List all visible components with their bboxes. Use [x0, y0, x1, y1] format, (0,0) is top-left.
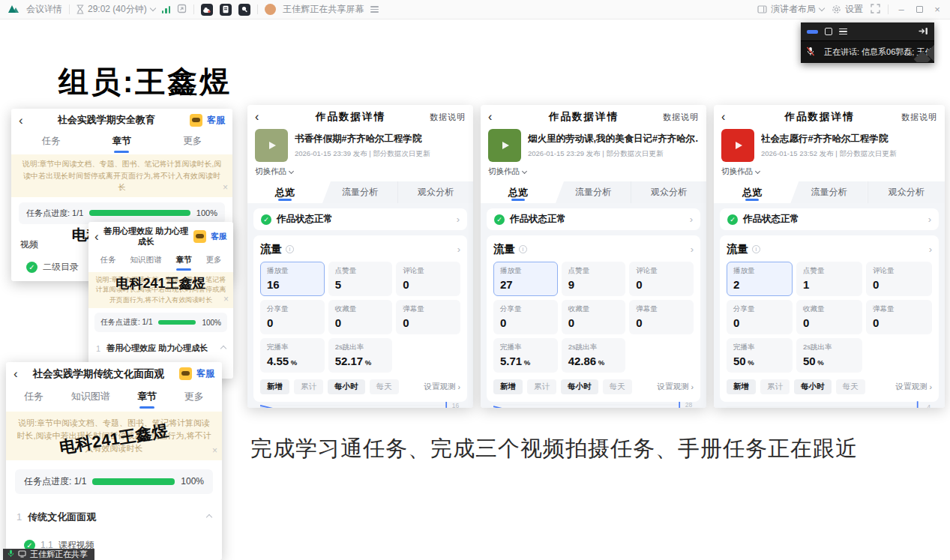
- network-signal-icon[interactable]: [162, 5, 171, 13]
- minimize-button[interactable]: –: [896, 4, 907, 15]
- close-button[interactable]: ×: [932, 4, 943, 15]
- video-thumbnail[interactable]: [488, 129, 521, 162]
- chevron-right-icon[interactable]: ›: [929, 244, 932, 255]
- stat-评论量[interactable]: 评论量0: [866, 262, 932, 296]
- tab-观众分析[interactable]: 观众分析: [397, 181, 473, 203]
- meeting-timer[interactable]: 29:02 (40分钟): [76, 3, 155, 16]
- traffic-chart[interactable]: 7142128 01-15 23:00: [493, 399, 694, 408]
- service-link[interactable]: 客服: [207, 114, 225, 127]
- tab-总览[interactable]: 总览: [247, 181, 322, 203]
- stat-弹幕量[interactable]: 弹幕量0: [396, 300, 460, 334]
- stat-播放量[interactable]: 播放量2: [727, 262, 793, 296]
- data-explain-link[interactable]: 数据说明: [663, 112, 699, 123]
- status-row[interactable]: ✓ 作品状态正常 ›: [720, 208, 939, 230]
- service-link[interactable]: 客服: [211, 231, 227, 242]
- tab-流量分析[interactable]: 流量分析: [322, 181, 397, 203]
- stat-收藏量[interactable]: 收藏量0: [328, 300, 393, 334]
- back-icon[interactable]: ‹: [255, 111, 271, 123]
- stat-点赞量[interactable]: 点赞量5: [328, 262, 393, 296]
- floating-video-panel[interactable]: 正在讲话: 信息系06郭磊; 王佳..: [801, 22, 934, 63]
- layout-selector[interactable]: 演讲者布局: [757, 3, 824, 16]
- cloud-app-icon[interactable]: [201, 4, 213, 16]
- stat-2s跳出率[interactable]: 2s跳出率42.86 %: [562, 338, 626, 373]
- traffic-chart[interactable]: 1234 01-15 23:00: [727, 399, 932, 408]
- close-icon[interactable]: ×: [223, 292, 229, 306]
- list-view-icon[interactable]: [839, 27, 847, 37]
- data-explain-link[interactable]: 数据说明: [430, 112, 466, 123]
- sharing-badge[interactable]: 王佳辉正在共享: [3, 549, 94, 560]
- back-icon[interactable]: ‹: [488, 111, 505, 123]
- stat-弹幕量[interactable]: 弹幕量0: [629, 300, 694, 334]
- stat-收藏量[interactable]: 收藏量0: [562, 300, 626, 334]
- stat-完播率[interactable]: 完播率5.71 %: [493, 338, 558, 373]
- stat-点赞量[interactable]: 点赞量9: [562, 262, 626, 296]
- tab-流量分析[interactable]: 流量分析: [790, 181, 867, 203]
- observe-link[interactable]: 设置观测 ›: [658, 382, 694, 392]
- info-icon[interactable]: i: [519, 245, 527, 253]
- stat-2s跳出率[interactable]: 2s跳出率52.17 %: [328, 338, 393, 373]
- tab-总览[interactable]: 总览: [714, 181, 790, 203]
- tab-任务[interactable]: 任务: [39, 133, 64, 149]
- stat-评论量[interactable]: 评论量0: [396, 262, 460, 296]
- filter-每小时[interactable]: 每小时: [561, 379, 598, 394]
- info-icon[interactable]: i: [752, 245, 760, 253]
- section-row[interactable]: 1 善用心理效应 助力心理成长: [88, 337, 233, 355]
- tab-更多[interactable]: 更多: [180, 133, 205, 149]
- stat-弹幕量[interactable]: 弹幕量0: [866, 300, 932, 334]
- observe-link[interactable]: 设置观测 ›: [424, 382, 461, 392]
- mascot-icon[interactable]: [179, 367, 192, 380]
- fullscreen-button[interactable]: [871, 4, 880, 16]
- service-link[interactable]: 客服: [196, 367, 214, 380]
- collapse-icon[interactable]: [220, 345, 226, 351]
- close-icon[interactable]: ×: [212, 444, 217, 458]
- stat-收藏量[interactable]: 收藏量0: [796, 300, 862, 334]
- dock-panel-icon[interactable]: [919, 25, 928, 38]
- stat-播放量[interactable]: 播放量27: [493, 262, 558, 296]
- status-row[interactable]: ✓ 作品状态正常 ›: [487, 208, 700, 230]
- tab-章节[interactable]: 章节: [109, 133, 134, 149]
- filter-累计[interactable]: 累计: [760, 379, 790, 394]
- stat-分享量[interactable]: 分享量0: [727, 300, 793, 334]
- mascot-icon[interactable]: [193, 230, 206, 243]
- share-list-icon[interactable]: [370, 4, 379, 14]
- tab-任务[interactable]: 任务: [21, 388, 46, 405]
- stat-分享量[interactable]: 分享量0: [493, 300, 558, 334]
- close-icon[interactable]: ×: [223, 181, 228, 195]
- tab-知识图谱[interactable]: 知识图谱: [68, 388, 113, 405]
- traffic-chart[interactable]: 481216 01-15 23:00: [260, 399, 460, 408]
- stat-播放量[interactable]: 播放量16: [260, 262, 325, 296]
- tab-任务[interactable]: 任务: [97, 253, 119, 267]
- data-explain-link[interactable]: 数据说明: [901, 112, 937, 123]
- tab-知识图谱[interactable]: 知识图谱: [127, 253, 165, 267]
- maximize-button[interactable]: [914, 4, 925, 15]
- back-icon[interactable]: ‹: [94, 230, 99, 243]
- back-icon[interactable]: ‹: [13, 367, 18, 380]
- observe-link[interactable]: 设置观测 ›: [896, 382, 933, 392]
- tab-观众分析[interactable]: 观众分析: [631, 181, 706, 203]
- mic-muted-icon[interactable]: [806, 46, 815, 58]
- chevron-right-icon[interactable]: ›: [457, 244, 460, 255]
- chapter-item[interactable]: ✓ 1.1 课程视频: [6, 524, 222, 552]
- stat-评论量[interactable]: 评论量0: [629, 262, 694, 296]
- filter-每天[interactable]: 每天: [370, 379, 399, 394]
- back-icon[interactable]: ‹: [721, 111, 738, 123]
- filter-新增[interactable]: 新增: [727, 379, 756, 394]
- tab-章节[interactable]: 章节: [173, 253, 195, 267]
- mascot-icon[interactable]: [190, 114, 202, 127]
- filter-每小时[interactable]: 每小时: [328, 379, 365, 394]
- collapse-icon[interactable]: [206, 514, 212, 520]
- filter-累计[interactable]: 累计: [294, 379, 323, 394]
- filter-新增[interactable]: 新增: [260, 379, 289, 394]
- settings-button[interactable]: 设置: [832, 3, 863, 16]
- notes-app-icon[interactable]: [220, 4, 232, 16]
- filter-每天[interactable]: 每天: [836, 379, 865, 394]
- layout-square-icon[interactable]: [825, 28, 832, 35]
- filter-每小时[interactable]: 每小时: [794, 379, 832, 394]
- tab-流量分析[interactable]: 流量分析: [556, 181, 631, 203]
- tab-更多[interactable]: 更多: [181, 388, 207, 405]
- back-icon[interactable]: ‹: [19, 114, 23, 127]
- tab-观众分析[interactable]: 观众分析: [868, 181, 945, 203]
- info-icon[interactable]: i: [286, 245, 294, 253]
- filter-新增[interactable]: 新增: [493, 379, 523, 394]
- stat-完播率[interactable]: 完播率4.55 %: [260, 338, 325, 373]
